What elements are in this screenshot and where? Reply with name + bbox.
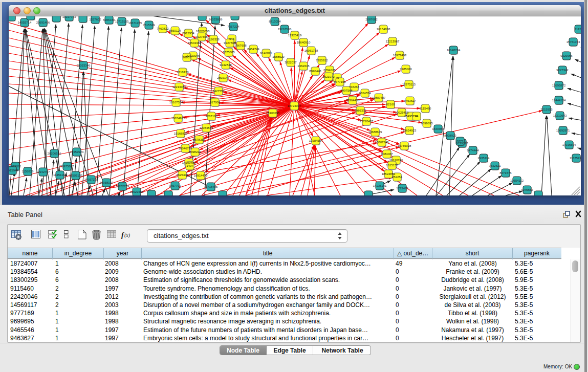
- svg-text:16648784: 16648784: [447, 49, 461, 52]
- svg-text:2718120: 2718120: [177, 71, 189, 74]
- svg-text:16782759: 16782759: [116, 185, 129, 188]
- svg-text:11121: 11121: [575, 28, 581, 31]
- svg-text:18640910: 18640910: [297, 41, 311, 44]
- svg-text:9329966: 9329966: [560, 54, 573, 57]
- svg-text:17359924: 17359924: [70, 150, 84, 154]
- svg-text:1435061: 1435061: [9, 165, 21, 168]
- svg-text:9245652: 9245652: [521, 188, 533, 191]
- svg-text:20206516: 20206516: [48, 152, 61, 155]
- svg-text:3822037: 3822037: [285, 61, 297, 64]
- svg-text:45: 45: [336, 76, 339, 79]
- svg-text:16046798: 16046798: [179, 147, 192, 150]
- svg-text:15720407: 15720407: [360, 120, 374, 123]
- svg-text:6794028: 6794028: [323, 69, 336, 72]
- svg-text:10120746: 10120746: [389, 159, 403, 162]
- svg-text:19654925: 19654925: [171, 117, 185, 120]
- svg-text:7955812: 7955812: [316, 59, 328, 62]
- svg-text:1621072: 1621072: [322, 75, 335, 78]
- svg-text:17957235: 17957235: [84, 178, 98, 181]
- svg-text:1615152: 1615152: [386, 164, 398, 167]
- svg-text:12213389: 12213389: [172, 85, 186, 89]
- svg-text:6966160: 6966160: [103, 18, 115, 21]
- svg-text:10025453: 10025453: [395, 111, 409, 114]
- svg-text:19166829: 19166829: [174, 132, 188, 135]
- svg-text:746266: 746266: [349, 85, 360, 89]
- svg-text:12505135: 12505135: [69, 174, 83, 177]
- svg-text:9699695: 9699695: [421, 122, 433, 125]
- svg-text:3915949: 3915949: [9, 169, 18, 172]
- svg-text:8990448: 8990448: [309, 70, 321, 73]
- svg-text:8660124: 8660124: [169, 29, 181, 32]
- svg-text:9457791: 9457791: [169, 184, 181, 187]
- svg-text:30975887: 30975887: [60, 165, 74, 168]
- svg-text:9084067: 9084067: [381, 152, 393, 156]
- svg-text:16210643: 16210643: [553, 114, 567, 117]
- svg-text:18807249: 18807249: [375, 141, 389, 144]
- svg-text:12353594: 12353594: [200, 126, 213, 129]
- svg-text:8427552: 8427552: [212, 90, 225, 93]
- svg-text:9227342: 9227342: [556, 69, 569, 72]
- svg-text:7485063: 7485063: [400, 68, 412, 71]
- svg-text:6871: 6871: [456, 140, 464, 143]
- svg-text:20364436: 20364436: [346, 99, 360, 102]
- svg-text:10688609: 10688609: [368, 130, 382, 134]
- svg-text:62160: 62160: [386, 103, 395, 106]
- svg-text:7986372: 7986372: [354, 109, 366, 112]
- svg-text:29053346: 29053346: [77, 64, 91, 67]
- svg-text:252254: 252254: [392, 176, 403, 179]
- svg-text:7625402: 7625402: [176, 173, 188, 177]
- svg-text:546: 546: [229, 37, 235, 40]
- svg-text:1407: 1407: [186, 164, 193, 167]
- svg-text:10654112: 10654112: [510, 179, 524, 182]
- svg-text:98901: 98901: [183, 56, 191, 59]
- svg-text:19384554: 19384554: [309, 139, 323, 142]
- svg-text:2803144: 2803144: [217, 76, 229, 79]
- svg-text:6497568: 6497568: [340, 89, 353, 92]
- svg-text:9242848: 9242848: [220, 63, 232, 67]
- svg-text:1362615: 1362615: [297, 64, 310, 68]
- svg-text:9777169: 9777169: [334, 80, 346, 83]
- svg-text:8938923: 8938923: [444, 134, 456, 137]
- svg-text:1527602: 1527602: [89, 18, 101, 21]
- svg-text:9474444: 9474444: [467, 149, 479, 152]
- svg-text:14055714: 14055714: [18, 21, 32, 24]
- svg-text:19218506: 19218506: [278, 28, 292, 31]
- svg-text:12975115: 12975115: [402, 83, 416, 86]
- svg-text:9463627: 9463627: [404, 99, 416, 102]
- svg-text:3875685: 3875685: [223, 51, 235, 54]
- svg-text:7463822: 7463822: [157, 27, 169, 30]
- svg-text:14136141: 14136141: [373, 184, 387, 187]
- svg-text:1588520: 1588520: [272, 55, 285, 58]
- svg-text:9146821: 9146821: [260, 52, 272, 55]
- svg-text:10756928: 10756928: [398, 144, 411, 147]
- svg-text:15716485: 15716485: [204, 185, 218, 188]
- svg-text:16671355: 16671355: [128, 21, 142, 25]
- svg-text:16914479: 16914479: [194, 174, 208, 177]
- svg-text:12942757: 12942757: [36, 170, 50, 173]
- svg-text:18300295: 18300295: [266, 112, 280, 115]
- svg-text:10958107: 10958107: [100, 181, 114, 184]
- svg-text:3215955: 3215955: [540, 108, 553, 111]
- svg-text:(x): (x): [124, 232, 130, 238]
- svg-text:1733426: 1733426: [396, 187, 408, 190]
- svg-text:8678352: 8678352: [193, 138, 205, 141]
- svg-text:12213967: 12213967: [386, 40, 400, 43]
- svg-text:16154808: 16154808: [377, 28, 390, 31]
- svg-text:2935114: 2935114: [478, 157, 490, 160]
- svg-text:1156829: 1156829: [22, 170, 34, 173]
- svg-text:10719155: 10719155: [115, 20, 129, 23]
- svg-text:8186328: 8186328: [207, 38, 220, 41]
- svg-text:7357224: 7357224: [227, 25, 239, 28]
- svg-text:10107554: 10107554: [169, 101, 183, 104]
- svg-text:2087682: 2087682: [365, 18, 378, 21]
- svg-text:7632621: 7632621: [489, 164, 501, 167]
- svg-text:2967608: 2967608: [234, 44, 247, 47]
- svg-text:8813054: 8813054: [269, 20, 281, 23]
- svg-text:15692971: 15692971: [556, 129, 570, 132]
- svg-text:8454749: 8454749: [247, 48, 259, 51]
- svg-text:11451194: 11451194: [53, 173, 67, 177]
- svg-text:8471676: 8471676: [499, 171, 512, 174]
- svg-text:9327508: 9327508: [195, 35, 208, 38]
- svg-text:917006: 917006: [210, 101, 221, 104]
- svg-text:9115460: 9115460: [420, 107, 432, 110]
